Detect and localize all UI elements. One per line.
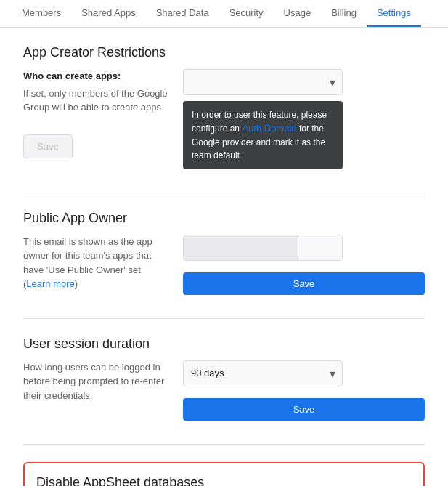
public-app-owner-learn-more-link[interactable]: Learn more bbox=[26, 278, 74, 289]
auth-domain-link[interactable]: Auth Domain bbox=[242, 123, 296, 134]
app-creator-title: App Creator Restrictions bbox=[23, 45, 425, 60]
who-can-create-select[interactable] bbox=[183, 69, 343, 95]
divider-2 bbox=[23, 318, 425, 319]
public-app-owner-left: This email is shown as the app owner for… bbox=[23, 235, 168, 291]
nav-shared-data[interactable]: Shared Data bbox=[146, 0, 219, 28]
divider-1 bbox=[23, 193, 425, 193]
app-creator-section: App Creator Restrictions Who can create … bbox=[23, 45, 425, 169]
nav-members[interactable]: Members bbox=[12, 0, 71, 28]
who-can-create-select-wrapper: ▾ bbox=[183, 69, 343, 95]
nav-shared-apps[interactable]: Shared Apps bbox=[71, 0, 145, 28]
app-creator-body: Who can create apps: If set, only member… bbox=[23, 69, 425, 169]
who-can-create-label: Who can create apps: bbox=[23, 69, 168, 84]
app-creator-left: Who can create apps: If set, only member… bbox=[23, 69, 168, 158]
email-input-suffix bbox=[298, 235, 342, 260]
session-duration-select[interactable]: 90 days 30 days 7 days bbox=[183, 360, 343, 386]
public-app-owner-save-button[interactable]: Save bbox=[183, 272, 425, 295]
public-app-owner-right: Save bbox=[183, 235, 425, 295]
divider-3 bbox=[23, 444, 425, 445]
public-app-owner-desc: This email is shown as the app owner for… bbox=[23, 236, 152, 290]
nav-security[interactable]: Security bbox=[219, 0, 274, 28]
user-session-body: How long users can be logged in before b… bbox=[23, 360, 425, 421]
user-session-left: How long users can be logged in before b… bbox=[23, 360, 168, 403]
public-app-owner-title: Public App Owner bbox=[23, 211, 425, 226]
auth-domain-tooltip: In order to user this feature, please co… bbox=[183, 101, 343, 169]
public-app-owner-section: Public App Owner This email is shown as … bbox=[23, 211, 425, 295]
navigation: Members Shared Apps Shared Data Security… bbox=[0, 0, 448, 28]
user-session-title: User session duration bbox=[23, 336, 425, 352]
session-duration-select-wrapper: 90 days 30 days 7 days ▾ bbox=[183, 360, 343, 386]
nav-settings[interactable]: Settings bbox=[367, 0, 421, 28]
app-creator-save-button[interactable]: Save bbox=[23, 134, 73, 158]
disable-db-section: Disable AppSheet databases Prevent use o… bbox=[23, 462, 425, 487]
user-session-right: 90 days 30 days 7 days ▾ Save bbox=[183, 360, 425, 421]
email-input-filled bbox=[184, 235, 298, 260]
public-app-owner-body: This email is shown as the app owner for… bbox=[23, 235, 425, 295]
user-session-save-button[interactable]: Save bbox=[183, 398, 425, 421]
public-app-owner-input-wrapper bbox=[183, 235, 343, 261]
disable-db-title: Disable AppSheet databases bbox=[36, 475, 412, 487]
main-content: App Creator Restrictions Who can create … bbox=[0, 28, 448, 486]
user-session-section: User session duration How long users can… bbox=[23, 336, 425, 421]
nav-billing[interactable]: Billing bbox=[321, 0, 367, 28]
who-can-create-desc: If set, only members of the Google Group… bbox=[23, 88, 168, 113]
app-creator-right: ▾ In order to user this feature, please … bbox=[183, 69, 425, 169]
user-session-desc: How long users can be logged in before b… bbox=[23, 362, 164, 401]
nav-usage[interactable]: Usage bbox=[274, 0, 322, 28]
